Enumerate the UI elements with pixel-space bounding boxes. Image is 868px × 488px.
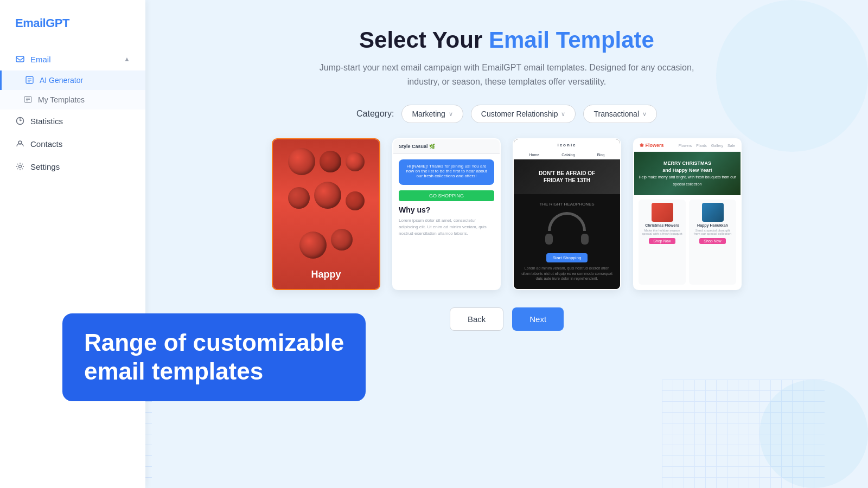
sidebar-item-email-label: Email	[30, 55, 51, 64]
promo-banner-text: Range of customizable email templates	[84, 329, 344, 386]
product-subtitle-hanukkah: Send a special plant gift from our speci…	[692, 229, 733, 235]
sidebar-item-contacts-label: Contacts	[30, 139, 62, 149]
sidebar-item-my-templates-label: My Templates	[38, 95, 85, 104]
headphone-arc	[548, 212, 586, 231]
logo-text-blue: GPT	[46, 16, 69, 30]
list-icon	[24, 95, 33, 104]
page-subtitle: Jump-start your next email campaign with…	[311, 61, 702, 88]
next-button[interactable]: Next	[512, 307, 564, 331]
template-card-christmas-red[interactable]: Happy	[272, 138, 380, 290]
sidebar-item-ai-generator[interactable]: AI Generator	[0, 70, 145, 90]
template-flowers-hero-text: MERRY CHRISTMASand Happy New Year! Help …	[634, 160, 741, 187]
chart-icon	[15, 116, 25, 126]
category-marketing-label: Marketing	[412, 110, 445, 118]
ornament	[331, 229, 353, 251]
ornament	[299, 232, 327, 259]
template-card-style-casual[interactable]: Style Casual 🌿 Hi [NAME]! Thanks for joi…	[392, 138, 501, 290]
template-iconic-cta: Start Shopping	[546, 253, 588, 262]
ornament	[320, 151, 341, 172]
category-customer-label: Customer Relationship	[481, 110, 558, 118]
chevron-down-icon-customer: ∨	[561, 111, 565, 118]
shop-btn-hanukkah: Shop Now	[699, 238, 725, 244]
svg-point-5	[19, 165, 22, 168]
category-btn-marketing[interactable]: Marketing ∨	[401, 105, 463, 123]
sparkle-icon	[25, 76, 34, 85]
category-label: Category:	[356, 109, 394, 119]
product-title-flowers: Christmas Flowers	[645, 223, 679, 227]
sidebar-item-statistics[interactable]: Statistics	[0, 110, 145, 132]
sidebar: EmailGPT Email ▲ AI G	[0, 0, 145, 488]
main-content: Select Your Email Template Jump-start yo…	[145, 0, 868, 488]
ornament	[346, 152, 365, 171]
template-why-us-title: Why us?	[399, 206, 494, 214]
logo: EmailGPT	[0, 16, 145, 48]
email-chevron: ▲	[124, 55, 130, 63]
contacts-icon	[15, 139, 25, 149]
template-iconic-desc: Lorem ad minim veniam, quis nostrud exer…	[518, 266, 616, 285]
settings-icon	[15, 162, 25, 171]
template-iconic-header: Iconic	[514, 139, 620, 151]
product-title-hanukkah: Happy Hanukkah	[697, 223, 728, 227]
navigation-buttons: Back Next	[450, 307, 564, 331]
svg-rect-0	[16, 56, 24, 62]
template-style-casual-body: Hi [NAME]! Thanks for joining us! You ar…	[393, 154, 500, 289]
template-flowers-header: ❀ Flowers FlowersPlantsGallerySale	[634, 139, 741, 152]
ornament	[314, 182, 341, 209]
sidebar-item-my-templates[interactable]: My Templates	[0, 90, 145, 110]
chevron-down-icon-transactional: ∨	[642, 111, 647, 118]
product-img-flowers	[652, 203, 673, 222]
headphone-cup-left	[545, 234, 553, 245]
logo-text-black: Email	[15, 16, 46, 30]
email-submenu: AI Generator My Templates	[0, 70, 145, 110]
product-tile-christmas-flowers: Christmas Flowers Make the holiday seaso…	[639, 200, 686, 285]
template-chat-bubble: Hi [NAME]! Thanks for joining us! You ar…	[399, 159, 494, 185]
promo-text-line2: email templates	[84, 358, 263, 384]
headphones-illustration	[545, 212, 589, 245]
page-title-black: Select Your	[359, 27, 482, 53]
template-why-us-desc: Lorem ipsum dolor sit amet, consectetur …	[399, 217, 494, 237]
ornament	[288, 148, 315, 175]
shop-btn-flowers: Shop Now	[649, 238, 675, 244]
product-tile-hanukkah: Happy Hanukkah Send a special plant gift…	[689, 200, 736, 285]
category-transactional-label: Transactional	[593, 110, 639, 118]
sidebar-item-ai-generator-label: AI Generator	[40, 76, 83, 85]
sidebar-item-settings[interactable]: Settings	[0, 155, 145, 178]
ornament	[288, 187, 310, 209]
template-iconic-product: THE RIGHT HEADPHONES Start Shopping Lore…	[514, 194, 620, 289]
category-filter-row: Category: Marketing ∨ Customer Relations…	[356, 105, 657, 123]
ornaments-container	[273, 139, 379, 267]
page-title-blue: Email Template	[489, 27, 654, 53]
template-flowers-product-grid: Christmas Flowers Make the holiday seaso…	[634, 195, 741, 289]
email-icon	[15, 54, 25, 64]
promo-banner: Range of customizable email templates	[62, 313, 366, 401]
page-title: Select Your Email Template	[359, 27, 654, 53]
template-card-flowers[interactable]: ❀ Flowers FlowersPlantsGallerySale MERRY…	[633, 138, 742, 290]
template-go-shopping-btn: GO SHOPPING	[399, 190, 494, 201]
sidebar-item-settings-label: Settings	[30, 162, 60, 171]
category-btn-customer-relationship[interactable]: Customer Relationship ∨	[471, 105, 576, 123]
product-img-hanukkah	[702, 203, 724, 222]
chevron-down-icon-marketing: ∨	[449, 111, 453, 118]
sidebar-item-statistics-label: Statistics	[30, 117, 63, 126]
headphone-cup-right	[581, 234, 589, 245]
sidebar-item-contacts[interactable]: Contacts	[0, 132, 145, 155]
templates-grid: Happy Style Casual 🌿 Hi [NAME]! Thanks f…	[263, 138, 751, 290]
category-btn-transactional[interactable]: Transactional ∨	[583, 105, 657, 123]
sidebar-item-email[interactable]: Email ▲	[0, 48, 145, 70]
app-layout: EmailGPT Email ▲ AI G	[0, 0, 868, 488]
template-card-iconic[interactable]: Iconic Home Catalog Blog DON'T BE AFRAID…	[513, 138, 621, 290]
ornament	[346, 191, 365, 210]
back-button[interactable]: Back	[450, 307, 503, 331]
template-flowers-hero: MERRY CHRISTMASand Happy New Year! Help …	[634, 152, 741, 195]
template-style-casual-header: Style Casual 🌿	[393, 139, 500, 154]
promo-text-line1: Range of customizable	[84, 329, 344, 356]
template-flowers-nav: FlowersPlantsGallerySale	[679, 144, 735, 147]
template-iconic-hero: DON'T BE AFRAID OFFRIDAY THE 13TH	[514, 159, 620, 194]
template-christmas-happy-text: Happy	[311, 269, 341, 280]
product-subtitle-flowers: Make the holiday season special with a f…	[642, 229, 682, 235]
